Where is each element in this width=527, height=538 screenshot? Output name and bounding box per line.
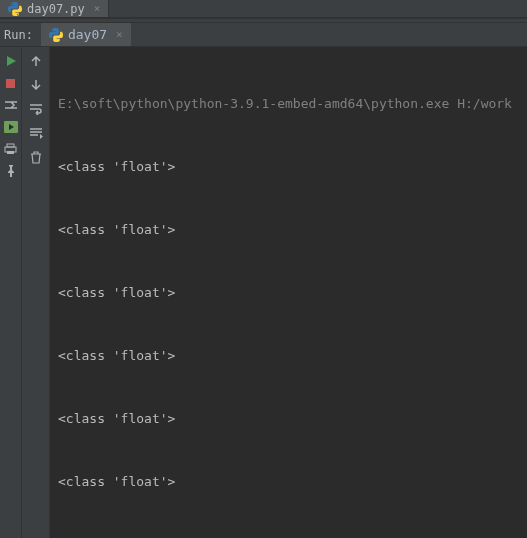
exit-icon[interactable]: [3, 119, 19, 135]
up-arrow-icon[interactable]: [28, 53, 44, 69]
run-panel-header: Run: day07 ×: [0, 23, 527, 47]
tab-filename: day07.py: [27, 2, 85, 16]
close-icon[interactable]: ×: [116, 28, 123, 41]
svg-rect-3: [7, 144, 14, 147]
print-icon[interactable]: [3, 141, 19, 157]
down-arrow-icon[interactable]: [28, 77, 44, 93]
stop-icon[interactable]: [3, 75, 19, 91]
pin-icon[interactable]: [3, 163, 19, 179]
console-command: E:\soft\python\python-3.9.1-embed-amd64\…: [58, 93, 519, 114]
console-line: <class 'float'>: [58, 471, 519, 492]
run-tab-name: day07: [68, 27, 107, 42]
console-line: <class 'float'>: [58, 219, 519, 240]
trash-icon[interactable]: [28, 149, 44, 165]
console-line: <class 'float'>: [58, 345, 519, 366]
console-output[interactable]: E:\soft\python\python-3.9.1-embed-amd64\…: [50, 47, 527, 538]
run-config-tab[interactable]: day07 ×: [41, 23, 131, 46]
run-toolbar-right: [22, 47, 50, 538]
soft-wrap-icon[interactable]: [28, 101, 44, 117]
run-label: Run:: [4, 28, 33, 42]
python-run-icon: [49, 28, 63, 42]
run-toolbar-left: [0, 47, 22, 538]
close-icon[interactable]: ×: [94, 2, 101, 15]
svg-rect-4: [7, 151, 14, 154]
scroll-to-end-icon[interactable]: [28, 125, 44, 141]
console-line: <class 'float'>: [58, 282, 519, 303]
file-tab[interactable]: day07.py ×: [0, 0, 109, 17]
console-line: <class 'float'>: [58, 156, 519, 177]
svg-rect-0: [6, 79, 15, 88]
console-line: <class 'float'>: [58, 408, 519, 429]
python-file-icon: [8, 2, 22, 16]
layout-icon[interactable]: [3, 97, 19, 113]
run-panel: Run: day07 ×: [0, 23, 527, 538]
editor-tab-bar: day07.py ×: [0, 0, 527, 18]
rerun-icon[interactable]: [3, 53, 19, 69]
